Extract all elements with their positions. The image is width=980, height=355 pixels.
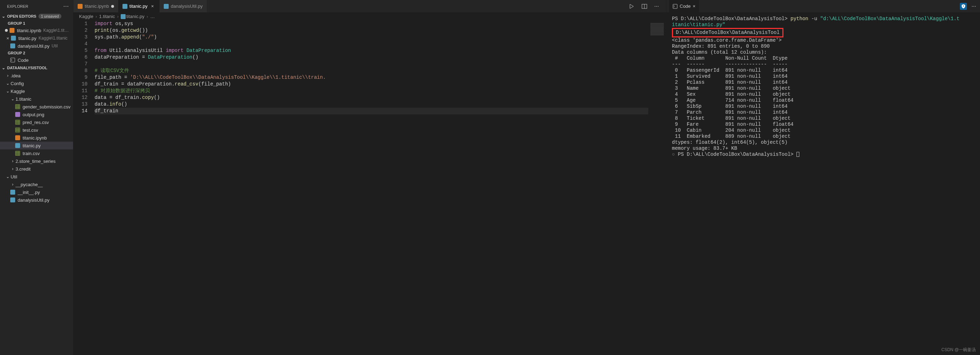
open-editor-item[interactable]: Code [0, 56, 73, 64]
minimap[interactable] [648, 21, 666, 355]
svg-rect-9 [15, 112, 20, 117]
folder-idea[interactable]: ›.idea [0, 72, 73, 80]
file-init-py[interactable]: __init__.py [0, 188, 73, 196]
editor-area: titanic.ipynb titanic.py × danalysisUtil… [73, 0, 666, 355]
svg-rect-31 [164, 4, 169, 9]
file-item[interactable]: titanic.ipynb [0, 134, 73, 142]
notebook-icon [9, 28, 15, 33]
tab-danalysisutil-py[interactable]: danalysisUtil.py [159, 0, 207, 12]
more-actions-icon[interactable]: ⋯ [970, 2, 977, 10]
python-icon [121, 14, 126, 19]
svg-rect-28 [10, 197, 15, 202]
svg-rect-3 [11, 58, 15, 62]
file-tree: ›.idea ⌄Config ⌄Kaggle ⌄1.titanic gender… [0, 72, 73, 204]
workspace-label: DATAANALYSISTOOL [7, 66, 47, 70]
terminal-icon [10, 58, 16, 62]
breadcrumb-item[interactable]: 1.titanic [99, 14, 115, 19]
file-item[interactable]: pred_res.csv [0, 118, 73, 126]
open-editor-item[interactable]: × titanic.py Kaggle\1.titanic [0, 34, 73, 42]
terminal-output[interactable]: PS D:\ALL\CodeToolBox\DataAnalysisTool> … [666, 12, 980, 355]
close-icon[interactable]: × [693, 3, 695, 9]
file-name: __init__.py [18, 190, 40, 195]
breadcrumb-item: … [150, 14, 155, 19]
code-editor[interactable]: 1234567891011121314 import os,sysprint(o… [73, 21, 666, 355]
tab-titanic-py[interactable]: titanic.py × [118, 0, 159, 12]
svg-rect-34 [121, 14, 126, 19]
open-editor-item[interactable]: danalysisUtil.py Util [0, 42, 73, 50]
run-icon[interactable] [627, 2, 636, 11]
file-name: titanic.py [18, 36, 37, 41]
file-name: danalysisUtil.py [18, 197, 49, 203]
split-editor-icon[interactable] [640, 2, 649, 11]
python-icon [123, 4, 127, 9]
breadcrumb-item[interactable]: Kaggle [79, 14, 93, 19]
more-actions-icon[interactable]: ⋯ [62, 2, 70, 10]
file-name: titanic.ipynb [22, 135, 47, 141]
explorer-title: EXPLORER [7, 4, 28, 8]
chevron-down-icon: ⌄ [5, 89, 11, 94]
chevron-right-icon: › [10, 158, 16, 163]
csv-icon [15, 120, 21, 125]
svg-rect-35 [673, 4, 677, 8]
folder-kaggle[interactable]: ⌄Kaggle [0, 87, 73, 95]
folder-1titanic[interactable]: ⌄1.titanic [0, 95, 73, 103]
sidebar-header: EXPLORER ⋯ [0, 0, 73, 12]
tab-label: danalysisUtil.py [171, 3, 202, 9]
nb-icon [15, 135, 21, 140]
chevron-down-icon: ⌄ [5, 174, 11, 179]
file-name: danalysisUtil.py [18, 43, 49, 49]
file-path: Util [51, 43, 57, 48]
svg-rect-21 [15, 143, 20, 148]
svg-rect-10 [16, 120, 20, 124]
editor-actions: ⋯ [627, 2, 663, 11]
open-editor-item[interactable]: titanic.ipynb Kaggle\1.tit… [0, 27, 73, 34]
breadcrumb[interactable]: Kaggle› 1.titanic› titanic.py› … [73, 12, 666, 21]
folder-config[interactable]: ⌄Config [0, 80, 73, 87]
code-content[interactable]: import os,sysprint(os.getcwd())sys.path.… [95, 21, 648, 355]
folder-name: __pycache__ [16, 182, 43, 187]
folder-name: Config [11, 81, 24, 86]
svg-rect-22 [16, 151, 20, 155]
chevron-down-icon: ⌄ [1, 66, 6, 70]
csv-icon [15, 104, 21, 109]
python-icon [164, 4, 169, 9]
file-item[interactable]: gender_submission.csv [0, 103, 73, 110]
open-editors-section[interactable]: ⌄ OPEN EDITORS 1 unsaved [0, 12, 73, 20]
folder-util[interactable]: ⌄Util [0, 173, 73, 181]
python-icon [10, 190, 16, 195]
shield-icon[interactable] [960, 3, 967, 10]
dirty-dot-icon [111, 5, 114, 8]
close-icon[interactable]: × [5, 36, 11, 41]
file-item[interactable]: train.csv [0, 149, 73, 157]
file-item[interactable]: test.csv [0, 126, 73, 134]
file-item[interactable]: titanic.py [0, 142, 73, 149]
more-actions-icon[interactable]: ⋯ [653, 2, 660, 11]
svg-rect-27 [10, 190, 15, 195]
panel-tabs: Code × ⋯ [666, 0, 980, 12]
file-path: Kaggle\1.tit… [43, 28, 69, 33]
file-danalysisutil-py[interactable]: danalysisUtil.py [0, 196, 73, 204]
file-name: pred_res.csv [22, 120, 49, 125]
file-name: titanic.ipynb [17, 28, 41, 33]
svg-rect-29 [78, 4, 83, 9]
svg-rect-1 [11, 36, 16, 41]
img-icon [15, 112, 21, 117]
close-icon[interactable]: × [150, 3, 155, 9]
folder-name: 2.store_time_series [16, 158, 56, 164]
workspace-section[interactable]: ⌄ DATAANALYSISTOOL [0, 64, 73, 72]
panel-tab-label: Code [680, 3, 690, 9]
svg-rect-20 [15, 135, 20, 140]
line-number-gutter: 1234567891011121314 [73, 21, 95, 355]
folder-pycache[interactable]: ›__pycache__ [0, 181, 73, 188]
chevron-down-icon: ⌄ [1, 14, 6, 19]
folder-3credit[interactable]: ›3.credit [0, 165, 73, 173]
group1-label: GROUP 1 [0, 20, 73, 27]
notebook-icon [78, 4, 83, 9]
folder-store-time-series[interactable]: ›2.store_time_series [0, 157, 73, 165]
breadcrumb-item[interactable]: titanic.py [126, 14, 144, 19]
editor-tabs: titanic.ipynb titanic.py × danalysisUtil… [73, 0, 666, 12]
file-item[interactable]: output.png [0, 110, 73, 118]
svg-rect-2 [10, 43, 15, 48]
panel-tab-code[interactable]: Code × [669, 0, 699, 12]
tab-titanic-ipynb[interactable]: titanic.ipynb [73, 0, 118, 12]
